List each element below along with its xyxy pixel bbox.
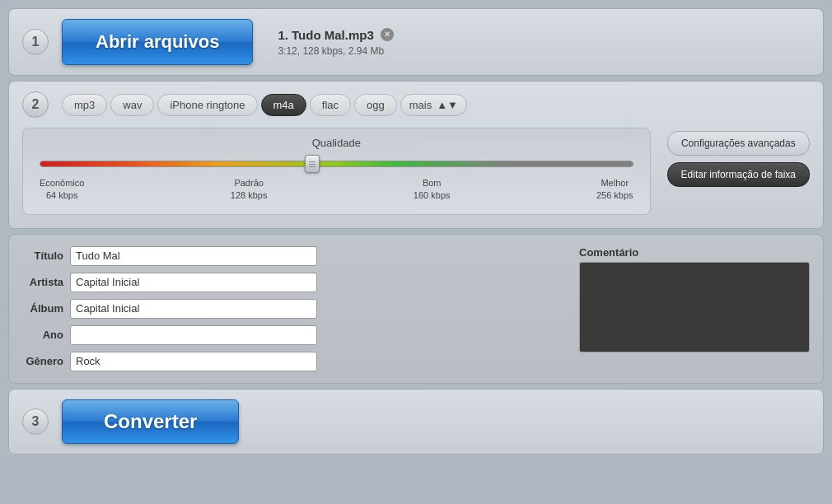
close-file-button[interactable]: ✕ <box>381 28 394 41</box>
slider-track-container[interactable] <box>40 156 633 172</box>
quality-mark-sub-padrao: 128 kbps <box>231 189 268 202</box>
tab-flac[interactable]: flac <box>310 94 351 116</box>
input-genre[interactable] <box>70 352 317 371</box>
tab-iphone-ringtone[interactable]: iPhone ringtone <box>157 94 257 116</box>
field-row-artist: Artista <box>22 273 554 292</box>
quality-label: Qualidade <box>40 137 633 149</box>
advanced-settings-button[interactable]: Configurações avançadas <box>667 131 810 156</box>
more-label: mais <box>409 99 432 111</box>
label-album: Álbum <box>22 302 63 315</box>
track-fields: Título Artista Álbum Ano Gênero <box>22 246 554 371</box>
quality-mark-label-padrao: Padrão <box>231 177 268 189</box>
slider-thumb[interactable] <box>305 155 320 173</box>
field-row-album: Álbum <box>22 299 554 319</box>
quality-mark-label-melhor: Melhor <box>596 177 633 189</box>
step-number-2: 2 <box>22 91 49 118</box>
comment-textarea[interactable] <box>579 262 810 352</box>
label-artist: Artista <box>22 276 63 288</box>
step-number-1: 1 <box>22 29 49 55</box>
edit-track-button[interactable]: Editar informação de faixa <box>667 162 810 187</box>
format-tabs: mp3 wav iPhone ringtone m4a flac ogg mai… <box>62 94 467 116</box>
file-info: 1. Tudo Mal.mp3 ✕ 3:12, 128 kbps, 2.94 M… <box>278 28 393 57</box>
slider-line-1 <box>309 161 316 162</box>
input-year[interactable] <box>70 325 317 345</box>
file-meta: 3:12, 128 kbps, 2.94 Mb <box>278 45 393 57</box>
file-name-row: 1. Tudo Mal.mp3 ✕ <box>278 28 393 42</box>
field-row-year: Ano <box>22 325 554 345</box>
label-year: Ano <box>22 329 63 341</box>
tab-m4a[interactable]: m4a <box>261 94 306 116</box>
quality-mark-melhor: Melhor 256 kbps <box>596 177 633 203</box>
chevron-down-icon: ▲▼ <box>437 99 458 111</box>
input-album[interactable] <box>70 299 317 319</box>
section-3: 3 Converter <box>8 389 824 455</box>
label-genre: Gênero <box>22 355 63 367</box>
quality-mark-bom: Bom 160 kbps <box>414 177 451 203</box>
convert-button[interactable]: Converter <box>62 399 239 444</box>
quality-mark-sub-melhor: 256 kbps <box>596 189 633 202</box>
open-files-button[interactable]: Abrir arquivos <box>62 19 253 65</box>
tab-ogg[interactable]: ogg <box>354 94 397 116</box>
input-artist[interactable] <box>70 273 317 292</box>
input-title[interactable] <box>70 246 317 266</box>
quality-slider-area: Qualidade Econômico 64 kbps <box>22 128 651 215</box>
slider-track <box>40 161 633 167</box>
quality-mark-economico: Econômico 64 kbps <box>40 177 84 203</box>
quality-mark-sub-economico: 64 kbps <box>40 189 84 202</box>
comment-label: Comentário <box>579 246 810 259</box>
tab-wav[interactable]: wav <box>110 94 154 116</box>
quality-mark-label-bom: Bom <box>414 177 451 189</box>
section-2: 2 mp3 wav iPhone ringtone m4a flac ogg m… <box>8 81 824 229</box>
quality-mark-sub-bom: 160 kbps <box>414 189 451 202</box>
quality-buttons: Configurações avançadas Editar informaçã… <box>667 128 810 187</box>
quality-mark-padrao: Padrão 128 kbps <box>231 177 268 203</box>
tab-mp3[interactable]: mp3 <box>62 94 107 116</box>
section-1: 1 Abrir arquivos 1. Tudo Mal.mp3 ✕ 3:12,… <box>8 8 824 76</box>
track-info-section: Título Artista Álbum Ano Gênero Comentár… <box>8 234 824 384</box>
slider-thumb-lines <box>309 161 316 167</box>
more-formats-dropdown[interactable]: mais ▲▼ <box>400 94 467 116</box>
slider-line-3 <box>309 166 316 167</box>
file-name: 1. Tudo Mal.mp3 <box>278 28 373 42</box>
slider-line-2 <box>309 164 316 165</box>
quality-section: Qualidade Econômico 64 kbps <box>22 128 810 215</box>
section2-top: 2 mp3 wav iPhone ringtone m4a flac ogg m… <box>22 91 810 118</box>
field-row-title: Título <box>22 246 554 266</box>
comment-section: Comentário <box>579 246 810 371</box>
quality-mark-label-economico: Econômico <box>40 177 84 189</box>
label-title: Título <box>22 250 63 262</box>
field-row-genre: Gênero <box>22 352 554 371</box>
slider-labels: Econômico 64 kbps Padrão 128 kbps Bom 16… <box>40 177 633 203</box>
step-number-3: 3 <box>22 408 49 435</box>
